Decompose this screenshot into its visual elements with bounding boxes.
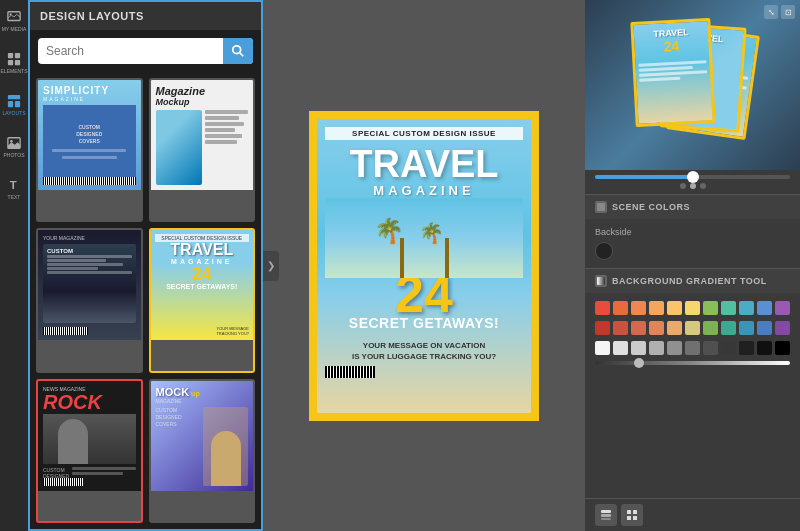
grad-color-r3-3[interactable]: [631, 341, 646, 355]
grad-color-r2-7[interactable]: [703, 321, 718, 335]
palm-trees-area: 🌴 🌴: [325, 198, 523, 278]
palm-tree-2: 🌴: [434, 218, 459, 278]
grad-color-6[interactable]: [685, 301, 700, 315]
svg-text:T: T: [10, 179, 17, 191]
collapse-handle[interactable]: ❯: [263, 251, 279, 281]
grad-color-r3-1[interactable]: [595, 341, 610, 355]
grad-color-r3-9[interactable]: [739, 341, 754, 355]
grad-color-r2-10[interactable]: [757, 321, 772, 335]
layout-thumb-your-magazine[interactable]: YOUR MAGAZINE CUSTOM: [36, 228, 143, 372]
city-background: CUSTOM: [43, 244, 136, 323]
text-icon: T: [7, 178, 21, 192]
toolbar-btn-grid[interactable]: [621, 504, 643, 526]
grad-color-r3-10[interactable]: [757, 341, 772, 355]
grid-icon: [626, 509, 638, 521]
preview-slider-area: [585, 170, 800, 194]
grad-color-r3-4[interactable]: [649, 341, 664, 355]
layouts-grid: SIMPLICITY MAGAZINE CUSTOMDESIGNEDCOVERS…: [30, 72, 261, 529]
grad-color-r2-5[interactable]: [667, 321, 682, 335]
svg-rect-20: [633, 510, 637, 514]
grad-color-10[interactable]: [757, 301, 772, 315]
slider-dot-1[interactable]: [680, 183, 686, 189]
layout-thumb-magazine-mockup[interactable]: Magazine Mockup: [149, 78, 256, 222]
svg-rect-19: [627, 510, 631, 514]
preview-slider-fill: [595, 175, 693, 179]
layout-thumb-travel-special[interactable]: SPECIAL CUSTOM DESIGN ISSUE TRAVEL MAGAZ…: [149, 228, 256, 372]
layout-thumb-mockup-magazine[interactable]: MOCK up MAGAZINE CUSTOMDESIGNEDCOVERS: [149, 379, 256, 523]
gradient-icon: [595, 275, 607, 287]
simplicity-cover: CUSTOMDESIGNEDCOVERS: [43, 105, 136, 177]
main-cover-subtitle: MAGAZINE: [325, 183, 523, 198]
grad-color-r2-3[interactable]: [631, 321, 646, 335]
search-button[interactable]: [223, 38, 253, 64]
search-input[interactable]: [38, 38, 223, 64]
sidebar-item-layouts[interactable]: LAYOUTS: [3, 94, 26, 116]
grad-color-r3-11[interactable]: [775, 341, 790, 355]
rock-person-bg: [43, 414, 136, 464]
grad-color-3[interactable]: [631, 301, 646, 315]
grad-color-r2-11[interactable]: [775, 321, 790, 335]
grad-color-9[interactable]: [739, 301, 754, 315]
grad-color-5[interactable]: [667, 301, 682, 315]
design-layouts-panel: DESIGN LAYOUTS SIMPLICITY MAGAZINE CUSTO…: [28, 0, 263, 531]
grad-color-2[interactable]: [613, 301, 628, 315]
preview-ctrl-1[interactable]: ⤡: [764, 5, 778, 19]
grad-color-r2-9[interactable]: [739, 321, 754, 335]
color-dot-row: [595, 242, 790, 260]
gradient-slider-thumb[interactable]: [634, 358, 644, 368]
grad-color-8[interactable]: [721, 301, 736, 315]
palm-tree-1: 🌴: [389, 218, 414, 278]
layout-thumb-simplicity[interactable]: SIMPLICITY MAGAZINE CUSTOMDESIGNEDCOVERS: [36, 78, 143, 222]
grad-color-11[interactable]: [775, 301, 790, 315]
grad-color-r3-7[interactable]: [703, 341, 718, 355]
main-cover-message: YOUR MESSAGE ON VACATION: [325, 341, 523, 350]
sidebar-item-my-media[interactable]: MY MEDIA: [2, 10, 27, 32]
photos-icon: [7, 136, 21, 150]
sidebar-item-photos[interactable]: PHOTOS: [3, 136, 24, 158]
grad-color-7[interactable]: [703, 301, 718, 315]
sidebar-label-my-media: MY MEDIA: [2, 26, 27, 32]
slider-dot-2[interactable]: [690, 183, 696, 189]
main-cover-title: TRAVEL: [325, 145, 523, 183]
gradient-slider: [595, 361, 790, 365]
svg-rect-7: [8, 101, 13, 107]
main-cover-barcode: [325, 366, 375, 378]
main-cover-luggage: IS YOUR LUGGAGE TRACKING YOU?: [325, 352, 523, 361]
svg-rect-3: [15, 53, 20, 58]
grad-color-r2-1[interactable]: [595, 321, 610, 335]
grad-color-1[interactable]: [595, 301, 610, 315]
sidebar-label-text: TEXT: [8, 194, 21, 200]
grad-color-r3-6[interactable]: [685, 341, 700, 355]
backside-color-dot[interactable]: [595, 242, 613, 260]
preview-ctrl-2[interactable]: ⊡: [781, 5, 795, 19]
layout-thumb-rock[interactable]: NEWS MAGAZINE ROCK CUSTOMDESIGNED: [36, 379, 143, 523]
sidebar-item-elements[interactable]: ELEMENTS: [1, 52, 28, 74]
grad-color-r3-2[interactable]: [613, 341, 628, 355]
grad-color-r2-8[interactable]: [721, 321, 736, 335]
main-cover-getaways: SECRET GETAWAYS!: [325, 315, 523, 331]
mag-stack-front: TRAVEL 24: [630, 18, 715, 127]
preview-area: ⤡ ⊡ TRAVEL 24 TRAVEL 24 TRAVEL 24: [585, 0, 800, 170]
layouts-icon: [7, 94, 21, 108]
simplicity-barcode: [43, 177, 136, 185]
svg-point-12: [233, 46, 241, 54]
slider-dot-3[interactable]: [700, 183, 706, 189]
grad-color-r2-4[interactable]: [649, 321, 664, 335]
toolbar-btn-layers[interactable]: [595, 504, 617, 526]
preview-slider-thumb[interactable]: [687, 171, 699, 183]
main-canvas: ❯ SPECIAL CUSTOM DESIGN ISSUE TRAVEL MAG…: [263, 0, 585, 531]
grad-color-r3-5[interactable]: [667, 341, 682, 355]
grad-color-r2-6[interactable]: [685, 321, 700, 335]
sidebar-item-text[interactable]: T TEXT: [7, 178, 21, 200]
gradient-palette-row3: [595, 341, 790, 355]
grad-color-r3-8[interactable]: [721, 341, 736, 355]
grad-color-4[interactable]: [649, 301, 664, 315]
scene-colors-icon: [595, 201, 607, 213]
grad-color-r2-2[interactable]: [613, 321, 628, 335]
svg-rect-18: [601, 518, 611, 520]
magazine-mockup-header: Magazine: [156, 85, 249, 97]
backside-label: Backside: [595, 227, 790, 237]
magazine-preview-stack: TRAVEL 24 TRAVEL 24 TRAVEL 24: [633, 20, 753, 150]
scene-colors-title: SCENE COLORS: [612, 202, 690, 212]
svg-rect-5: [15, 60, 20, 65]
